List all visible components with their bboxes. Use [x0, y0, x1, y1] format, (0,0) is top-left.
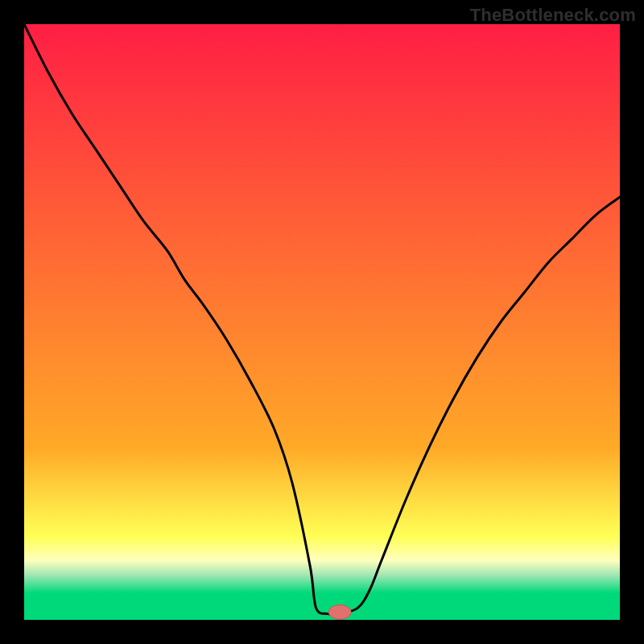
watermark-text: TheBottleneck.com	[470, 5, 636, 26]
bottleneck-chart	[0, 0, 644, 644]
chart-stage: TheBottleneck.com	[0, 0, 644, 644]
plot-background	[24, 24, 620, 620]
sweet-spot-marker	[328, 605, 351, 619]
